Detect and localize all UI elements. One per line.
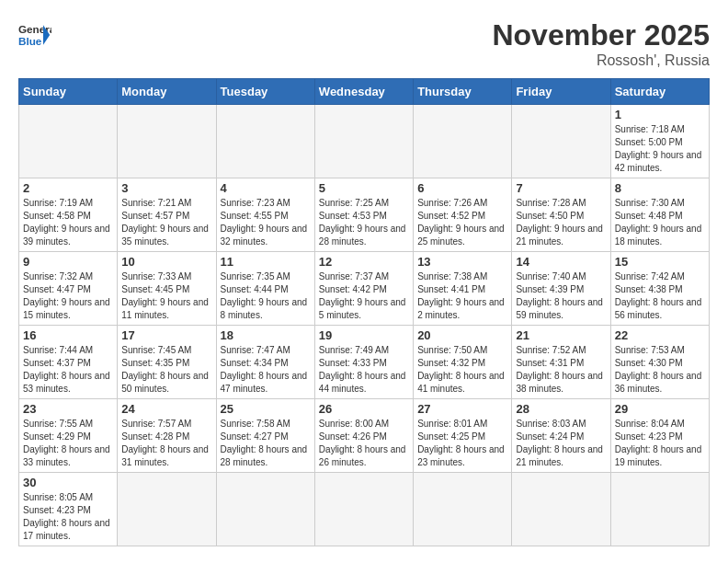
location-title: Rossosh', Russia	[492, 52, 710, 69]
calendar-cell: 8Sunrise: 7:30 AM Sunset: 4:48 PM Daylig…	[610, 178, 709, 252]
day-info: Sunrise: 7:26 AM Sunset: 4:52 PM Dayligh…	[417, 197, 507, 248]
day-info: Sunrise: 7:49 AM Sunset: 4:33 PM Dayligh…	[319, 344, 409, 396]
day-number: 9	[23, 255, 113, 269]
day-number: 22	[615, 328, 705, 342]
header-tuesday: Tuesday	[216, 79, 314, 105]
day-number: 12	[319, 255, 409, 269]
calendar-cell: 15Sunrise: 7:42 AM Sunset: 4:38 PM Dayli…	[610, 252, 709, 326]
day-info: Sunrise: 7:44 AM Sunset: 4:37 PM Dayligh…	[23, 344, 113, 396]
calendar-cell: 10Sunrise: 7:33 AM Sunset: 4:45 PM Dayli…	[118, 252, 216, 326]
calendar-cell: 14Sunrise: 7:40 AM Sunset: 4:39 PM Dayli…	[512, 252, 610, 326]
logo: General Blue	[18, 18, 51, 52]
calendar-cell	[216, 105, 314, 178]
calendar-cell	[216, 473, 314, 546]
calendar-cell: 19Sunrise: 7:49 AM Sunset: 4:33 PM Dayli…	[314, 326, 413, 399]
day-info: Sunrise: 7:32 AM Sunset: 4:47 PM Dayligh…	[23, 270, 113, 322]
header-wednesday: Wednesday	[314, 79, 413, 105]
day-number: 11	[221, 255, 311, 269]
day-info: Sunrise: 8:04 AM Sunset: 4:23 PM Dayligh…	[615, 418, 705, 469]
day-number: 27	[417, 402, 507, 416]
calendar-cell: 17Sunrise: 7:45 AM Sunset: 4:35 PM Dayli…	[118, 326, 216, 399]
calendar-cell: 11Sunrise: 7:35 AM Sunset: 4:44 PM Dayli…	[216, 252, 314, 326]
calendar-cell	[610, 473, 709, 546]
calendar-cell: 20Sunrise: 7:50 AM Sunset: 4:32 PM Dayli…	[414, 326, 512, 399]
day-number: 24	[121, 402, 211, 416]
calendar-cell: 4Sunrise: 7:23 AM Sunset: 4:55 PM Daylig…	[216, 178, 314, 252]
day-number: 30	[23, 476, 113, 489]
day-number: 20	[417, 328, 507, 342]
calendar-cell: 23Sunrise: 7:55 AM Sunset: 4:29 PM Dayli…	[19, 399, 118, 473]
calendar-cell: 26Sunrise: 8:00 AM Sunset: 4:26 PM Dayli…	[314, 399, 413, 473]
day-info: Sunrise: 7:33 AM Sunset: 4:45 PM Dayligh…	[121, 270, 211, 322]
calendar-header-row: SundayMondayTuesdayWednesdayThursdayFrid…	[19, 79, 710, 105]
day-info: Sunrise: 7:47 AM Sunset: 4:34 PM Dayligh…	[221, 344, 311, 396]
day-info: Sunrise: 7:25 AM Sunset: 4:53 PM Dayligh…	[319, 197, 409, 248]
calendar-cell: 7Sunrise: 7:28 AM Sunset: 4:50 PM Daylig…	[512, 178, 610, 252]
day-info: Sunrise: 7:57 AM Sunset: 4:28 PM Dayligh…	[121, 418, 211, 469]
day-info: Sunrise: 7:50 AM Sunset: 4:32 PM Dayligh…	[417, 344, 507, 396]
week-row-1: 2Sunrise: 7:19 AM Sunset: 4:58 PM Daylig…	[19, 178, 710, 252]
day-info: Sunrise: 7:55 AM Sunset: 4:29 PM Dayligh…	[23, 418, 113, 469]
calendar-cell: 30Sunrise: 8:05 AM Sunset: 4:23 PM Dayli…	[19, 473, 118, 546]
calendar-cell: 27Sunrise: 8:01 AM Sunset: 4:25 PM Dayli…	[414, 399, 512, 473]
day-number: 16	[23, 328, 113, 342]
week-row-3: 16Sunrise: 7:44 AM Sunset: 4:37 PM Dayli…	[19, 326, 710, 399]
calendar-cell: 25Sunrise: 7:58 AM Sunset: 4:27 PM Dayli…	[216, 399, 314, 473]
day-info: Sunrise: 7:38 AM Sunset: 4:41 PM Dayligh…	[417, 270, 507, 322]
day-number: 19	[319, 328, 409, 342]
day-number: 14	[516, 255, 606, 269]
title-block: November 2025 Rossosh', Russia	[492, 18, 710, 69]
calendar-cell	[19, 105, 118, 178]
calendar-cell: 18Sunrise: 7:47 AM Sunset: 4:34 PM Dayli…	[216, 326, 314, 399]
calendar-cell	[512, 105, 610, 178]
calendar-cell	[414, 473, 512, 546]
week-row-2: 9Sunrise: 7:32 AM Sunset: 4:47 PM Daylig…	[19, 252, 710, 326]
calendar-cell: 3Sunrise: 7:21 AM Sunset: 4:57 PM Daylig…	[118, 178, 216, 252]
day-info: Sunrise: 7:35 AM Sunset: 4:44 PM Dayligh…	[221, 270, 311, 322]
page-header: General Blue November 2025 Rossosh', Rus…	[18, 18, 710, 69]
calendar-cell	[414, 105, 512, 178]
day-info: Sunrise: 8:00 AM Sunset: 4:26 PM Dayligh…	[319, 418, 409, 469]
day-info: Sunrise: 7:37 AM Sunset: 4:42 PM Dayligh…	[319, 270, 409, 322]
day-number: 25	[221, 402, 311, 416]
day-number: 5	[319, 181, 409, 195]
day-number: 6	[417, 181, 507, 195]
day-info: Sunrise: 7:18 AM Sunset: 5:00 PM Dayligh…	[615, 123, 705, 175]
day-info: Sunrise: 7:30 AM Sunset: 4:48 PM Dayligh…	[615, 197, 705, 248]
day-info: Sunrise: 8:03 AM Sunset: 4:24 PM Dayligh…	[516, 418, 606, 469]
day-info: Sunrise: 7:53 AM Sunset: 4:30 PM Dayligh…	[615, 344, 705, 396]
day-info: Sunrise: 7:28 AM Sunset: 4:50 PM Dayligh…	[516, 197, 606, 248]
day-info: Sunrise: 7:21 AM Sunset: 4:57 PM Dayligh…	[121, 197, 211, 248]
day-number: 13	[417, 255, 507, 269]
day-number: 1	[615, 108, 705, 121]
calendar-cell: 16Sunrise: 7:44 AM Sunset: 4:37 PM Dayli…	[19, 326, 118, 399]
day-number: 29	[615, 402, 705, 416]
generalblue-logo-icon: General Blue	[18, 18, 51, 52]
calendar-cell	[118, 105, 216, 178]
calendar-cell	[314, 105, 413, 178]
day-info: Sunrise: 7:42 AM Sunset: 4:38 PM Dayligh…	[615, 270, 705, 322]
header-monday: Monday	[118, 79, 216, 105]
calendar-cell	[314, 473, 413, 546]
day-number: 17	[121, 328, 211, 342]
calendar-cell: 29Sunrise: 8:04 AM Sunset: 4:23 PM Dayli…	[610, 399, 709, 473]
day-number: 26	[319, 402, 409, 416]
day-info: Sunrise: 7:19 AM Sunset: 4:58 PM Dayligh…	[23, 197, 113, 248]
day-number: 18	[221, 328, 311, 342]
day-number: 28	[516, 402, 606, 416]
day-number: 21	[516, 328, 606, 342]
week-row-0: 1Sunrise: 7:18 AM Sunset: 5:00 PM Daylig…	[19, 105, 710, 178]
day-number: 3	[121, 181, 211, 195]
week-row-4: 23Sunrise: 7:55 AM Sunset: 4:29 PM Dayli…	[19, 399, 710, 473]
header-thursday: Thursday	[414, 79, 512, 105]
calendar-cell: 22Sunrise: 7:53 AM Sunset: 4:30 PM Dayli…	[610, 326, 709, 399]
day-number: 23	[23, 402, 113, 416]
calendar-cell: 21Sunrise: 7:52 AM Sunset: 4:31 PM Dayli…	[512, 326, 610, 399]
day-info: Sunrise: 7:58 AM Sunset: 4:27 PM Dayligh…	[221, 418, 311, 469]
calendar-cell: 13Sunrise: 7:38 AM Sunset: 4:41 PM Dayli…	[414, 252, 512, 326]
header-friday: Friday	[512, 79, 610, 105]
day-number: 2	[23, 181, 113, 195]
calendar-cell: 28Sunrise: 8:03 AM Sunset: 4:24 PM Dayli…	[512, 399, 610, 473]
day-number: 4	[221, 181, 311, 195]
week-row-5: 30Sunrise: 8:05 AM Sunset: 4:23 PM Dayli…	[19, 473, 710, 546]
